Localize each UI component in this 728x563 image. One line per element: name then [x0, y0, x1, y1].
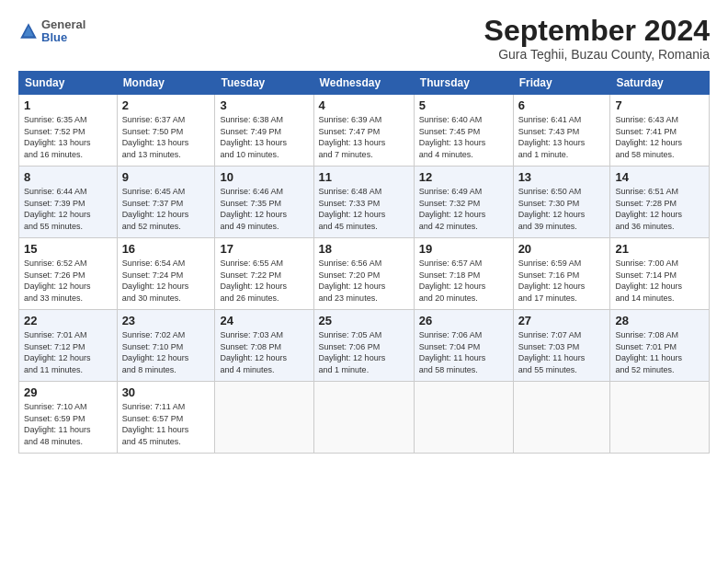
day-info: Sunrise: 6:50 AMSunset: 7:30 PMDaylight:…: [518, 186, 606, 232]
day-info: Sunrise: 6:40 AMSunset: 7:45 PMDaylight:…: [419, 114, 508, 160]
col-wednesday: Wednesday: [313, 72, 414, 95]
calendar-cell: [215, 382, 313, 454]
title-block: September 2024 Gura Teghii, Buzau County…: [484, 15, 710, 62]
day-number: 11: [319, 170, 409, 184]
day-number: 16: [122, 242, 210, 256]
day-number: 30: [122, 385, 210, 399]
logo: General Blue: [18, 18, 85, 45]
day-number: 19: [419, 242, 508, 256]
day-number: 12: [419, 170, 508, 184]
col-saturday: Saturday: [610, 72, 710, 95]
day-number: 24: [220, 314, 308, 327]
day-info: Sunrise: 7:10 AMSunset: 6:59 PMDaylight:…: [24, 401, 112, 447]
day-info: Sunrise: 6:49 AMSunset: 7:32 PMDaylight:…: [419, 186, 508, 232]
day-info: Sunrise: 6:52 AMSunset: 7:26 PMDaylight:…: [24, 258, 112, 304]
logo-text: General Blue: [41, 18, 85, 45]
week-row-2: 8Sunrise: 6:44 AMSunset: 7:39 PMDaylight…: [19, 167, 710, 238]
location-subtitle: Gura Teghii, Buzau County, Romania: [484, 47, 710, 62]
day-number: 1: [24, 98, 112, 112]
calendar-cell: 25Sunrise: 7:05 AMSunset: 7:06 PMDayligh…: [313, 310, 414, 382]
day-number: 8: [24, 170, 112, 184]
logo-blue: Blue: [41, 31, 85, 44]
col-sunday: Sunday: [19, 72, 118, 95]
calendar-cell: 15Sunrise: 6:52 AMSunset: 7:26 PMDayligh…: [19, 238, 118, 310]
header: General Blue September 2024 Gura Teghii,…: [18, 15, 710, 62]
calendar-cell: 27Sunrise: 7:07 AMSunset: 7:03 PMDayligh…: [513, 310, 610, 382]
day-number: 2: [122, 98, 210, 112]
day-info: Sunrise: 7:07 AMSunset: 7:03 PMDaylight:…: [518, 329, 606, 375]
day-number: 26: [419, 314, 508, 327]
day-info: Sunrise: 6:45 AMSunset: 7:37 PMDaylight:…: [122, 186, 210, 232]
day-number: 21: [615, 242, 704, 256]
day-info: Sunrise: 7:03 AMSunset: 7:08 PMDaylight:…: [220, 329, 308, 375]
calendar-cell: 13Sunrise: 6:50 AMSunset: 7:30 PMDayligh…: [513, 167, 610, 238]
calendar-cell: 9Sunrise: 6:45 AMSunset: 7:37 PMDaylight…: [117, 167, 215, 238]
calendar-cell: 11Sunrise: 6:48 AMSunset: 7:33 PMDayligh…: [313, 167, 414, 238]
day-info: Sunrise: 6:55 AMSunset: 7:22 PMDaylight:…: [220, 258, 308, 304]
day-info: Sunrise: 6:48 AMSunset: 7:33 PMDaylight:…: [319, 186, 409, 232]
page-container: General Blue September 2024 Gura Teghii,…: [0, 0, 728, 463]
calendar-cell: 12Sunrise: 6:49 AMSunset: 7:32 PMDayligh…: [414, 167, 513, 238]
day-info: Sunrise: 7:05 AMSunset: 7:06 PMDaylight:…: [319, 329, 409, 375]
calendar-cell: 19Sunrise: 6:57 AMSunset: 7:18 PMDayligh…: [414, 238, 513, 310]
week-row-4: 22Sunrise: 7:01 AMSunset: 7:12 PMDayligh…: [19, 310, 710, 382]
week-row-1: 1Sunrise: 6:35 AMSunset: 7:52 PMDaylight…: [19, 95, 710, 167]
day-number: 22: [24, 314, 112, 327]
col-thursday: Thursday: [414, 72, 513, 95]
col-friday: Friday: [513, 72, 610, 95]
day-info: Sunrise: 7:11 AMSunset: 6:57 PMDaylight:…: [122, 401, 210, 447]
calendar-table: Sunday Monday Tuesday Wednesday Thursday…: [18, 71, 710, 454]
calendar-cell: 7Sunrise: 6:43 AMSunset: 7:41 PMDaylight…: [610, 95, 710, 167]
day-info: Sunrise: 6:54 AMSunset: 7:24 PMDaylight:…: [122, 258, 210, 304]
calendar-cell: 5Sunrise: 6:40 AMSunset: 7:45 PMDaylight…: [414, 95, 513, 167]
day-number: 3: [220, 98, 308, 112]
day-number: 13: [518, 170, 606, 184]
calendar-cell: 18Sunrise: 6:56 AMSunset: 7:20 PMDayligh…: [313, 238, 414, 310]
day-number: 29: [24, 385, 112, 399]
day-info: Sunrise: 6:51 AMSunset: 7:28 PMDaylight:…: [615, 186, 704, 232]
calendar-cell: 26Sunrise: 7:06 AMSunset: 7:04 PMDayligh…: [414, 310, 513, 382]
day-number: 27: [518, 314, 606, 327]
calendar-cell: 8Sunrise: 6:44 AMSunset: 7:39 PMDaylight…: [19, 167, 118, 238]
calendar-cell: [414, 382, 513, 454]
day-number: 14: [615, 170, 704, 184]
day-info: Sunrise: 6:38 AMSunset: 7:49 PMDaylight:…: [220, 114, 308, 160]
day-number: 28: [615, 314, 704, 327]
calendar-cell: [513, 382, 610, 454]
day-number: 23: [122, 314, 210, 327]
day-number: 20: [518, 242, 606, 256]
calendar-cell: 10Sunrise: 6:46 AMSunset: 7:35 PMDayligh…: [215, 167, 313, 238]
day-info: Sunrise: 7:00 AMSunset: 7:14 PMDaylight:…: [615, 258, 704, 304]
calendar-cell: 6Sunrise: 6:41 AMSunset: 7:43 PMDaylight…: [513, 95, 610, 167]
calendar-cell: 3Sunrise: 6:38 AMSunset: 7:49 PMDaylight…: [215, 95, 313, 167]
col-monday: Monday: [117, 72, 215, 95]
day-info: Sunrise: 6:35 AMSunset: 7:52 PMDaylight:…: [24, 114, 112, 160]
col-tuesday: Tuesday: [215, 72, 313, 95]
day-info: Sunrise: 6:59 AMSunset: 7:16 PMDaylight:…: [518, 258, 606, 304]
day-info: Sunrise: 6:44 AMSunset: 7:39 PMDaylight:…: [24, 186, 112, 232]
calendar-cell: 23Sunrise: 7:02 AMSunset: 7:10 PMDayligh…: [117, 310, 215, 382]
day-info: Sunrise: 6:39 AMSunset: 7:47 PMDaylight:…: [319, 114, 409, 160]
day-info: Sunrise: 6:46 AMSunset: 7:35 PMDaylight:…: [220, 186, 308, 232]
calendar-cell: 16Sunrise: 6:54 AMSunset: 7:24 PMDayligh…: [117, 238, 215, 310]
day-number: 15: [24, 242, 112, 256]
day-number: 17: [220, 242, 308, 256]
calendar-cell: 20Sunrise: 6:59 AMSunset: 7:16 PMDayligh…: [513, 238, 610, 310]
day-number: 9: [122, 170, 210, 184]
day-number: 10: [220, 170, 308, 184]
calendar-cell: [610, 382, 710, 454]
day-info: Sunrise: 7:08 AMSunset: 7:01 PMDaylight:…: [615, 329, 704, 375]
week-row-5: 29Sunrise: 7:10 AMSunset: 6:59 PMDayligh…: [19, 382, 710, 454]
day-number: 25: [319, 314, 409, 327]
calendar-cell: 21Sunrise: 7:00 AMSunset: 7:14 PMDayligh…: [610, 238, 710, 310]
calendar-cell: 17Sunrise: 6:55 AMSunset: 7:22 PMDayligh…: [215, 238, 313, 310]
header-row: Sunday Monday Tuesday Wednesday Thursday…: [19, 72, 710, 95]
calendar-cell: 2Sunrise: 6:37 AMSunset: 7:50 PMDaylight…: [117, 95, 215, 167]
day-info: Sunrise: 6:37 AMSunset: 7:50 PMDaylight:…: [122, 114, 210, 160]
calendar-cell: 14Sunrise: 6:51 AMSunset: 7:28 PMDayligh…: [610, 167, 710, 238]
calendar-cell: 24Sunrise: 7:03 AMSunset: 7:08 PMDayligh…: [215, 310, 313, 382]
calendar-cell: 30Sunrise: 7:11 AMSunset: 6:57 PMDayligh…: [117, 382, 215, 454]
month-title: September 2024: [484, 15, 710, 47]
calendar-cell: 28Sunrise: 7:08 AMSunset: 7:01 PMDayligh…: [610, 310, 710, 382]
calendar-cell: 1Sunrise: 6:35 AMSunset: 7:52 PMDaylight…: [19, 95, 118, 167]
